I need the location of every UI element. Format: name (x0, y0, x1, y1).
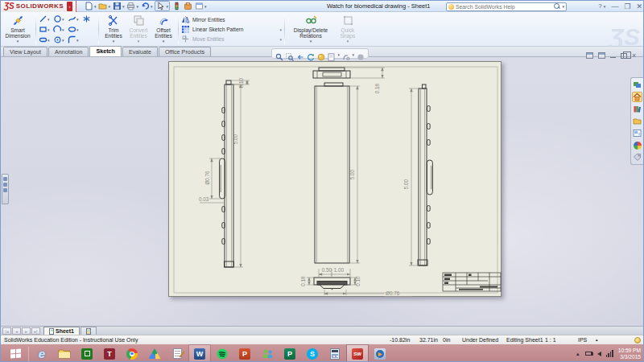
chevron-down-icon[interactable]: ▾ (352, 52, 354, 57)
chevron-down-icon[interactable]: ▾ (47, 17, 50, 22)
drawing-sheet[interactable]: 0.10 5.00 Ø0.76 0.03 0.18 (168, 61, 502, 297)
next-sheet-button[interactable]: ▸ (22, 327, 31, 335)
home-icon[interactable] (632, 92, 642, 102)
dimension-left-height[interactable]: 5.00 (233, 134, 238, 144)
prev-sheet-button[interactable]: ◂ (12, 327, 21, 335)
quick-snaps-button[interactable]: Quick Snaps ▾ (334, 13, 361, 46)
dimension-top-depth[interactable]: 0.18 (374, 83, 380, 93)
taskbar-media-player[interactable]: ▶ (369, 344, 391, 362)
chevron-down-icon[interactable]: ▾ (62, 17, 64, 22)
file-properties-button[interactable] (184, 2, 192, 10)
taskbar-internet-explorer[interactable]: e (31, 344, 53, 362)
taskbar-turningpoint[interactable]: T (98, 344, 121, 362)
sketch-slot-button[interactable]: ▾ (39, 35, 52, 45)
bottom-view[interactable] (314, 278, 350, 290)
dimension-bottom-left-depth[interactable]: 0.18 (300, 276, 306, 286)
trim-entities-button[interactable]: Trim Entities ▾ (101, 13, 126, 46)
tray-expand-icon[interactable]: ▲ (576, 352, 580, 356)
front-view[interactable] (315, 83, 349, 263)
taskbar-journal[interactable] (166, 344, 188, 362)
taskbar-skype[interactable]: S (301, 344, 324, 362)
appearances-icon[interactable] (632, 140, 642, 150)
chevron-down-icon[interactable]: ▾ (151, 4, 153, 9)
chevron-down-icon[interactable]: ▾ (337, 52, 340, 57)
sketch-spline-button[interactable]: ▾ (68, 14, 81, 24)
dimension-left-crown-diameter[interactable]: Ø0.76 (204, 171, 210, 185)
design-library-icon[interactable] (632, 104, 642, 114)
dimension-left-step[interactable]: 0.03 (199, 196, 209, 202)
graphics-area[interactable]: 0.10 5.00 Ø0.76 0.03 0.18 (1, 57, 644, 326)
sketch-polygon-button[interactable]: ▾ (53, 35, 67, 45)
status-help-icon[interactable] (634, 337, 641, 343)
display-style-button[interactable] (317, 50, 325, 58)
units-expand-caret[interactable]: ▴ (596, 337, 598, 342)
display-pane-icon[interactable] (598, 52, 605, 59)
save-button[interactable]: ▾ (113, 2, 125, 10)
chevron-down-icon[interactable]: ▾ (136, 4, 138, 9)
taskbar-spotify[interactable] (211, 344, 233, 362)
sketch-fillet-button[interactable]: ▾ (68, 35, 81, 45)
doc-restore-button[interactable] (621, 53, 627, 59)
chevron-down-icon[interactable]: ▾ (138, 39, 140, 43)
dimension-bottom-width[interactable]: 1.00 (334, 267, 345, 273)
dimension-bottom-half-width[interactable]: 0.50 (322, 267, 332, 273)
taskbar-clock[interactable]: 10:59 PM 3/3/2015 (618, 348, 643, 360)
right-side-view[interactable] (418, 84, 432, 265)
network-signal-icon[interactable] (606, 350, 613, 357)
minimize-button[interactable]: — (611, 2, 618, 11)
sketch-point-button[interactable] (82, 14, 96, 24)
doc-minimize-button[interactable] (610, 57, 616, 59)
chevron-down-icon[interactable]: ▾ (17, 39, 19, 43)
view-palette-icon[interactable] (632, 128, 642, 138)
custom-properties-icon[interactable] (632, 152, 642, 162)
speaker-icon[interactable] (597, 352, 601, 356)
new-document-button[interactable]: ▾ (85, 2, 97, 10)
viewport-pane-icon[interactable] (586, 52, 593, 59)
file-explorer-icon[interactable] (632, 116, 642, 126)
chevron-down-icon[interactable]: ▾ (47, 38, 50, 43)
first-sheet-button[interactable]: |◂ (2, 327, 11, 335)
sheet-properties-button[interactable]: ▾ (328, 50, 336, 58)
options-button[interactable]: ▾ (195, 2, 207, 10)
linear-sketch-pattern-button[interactable]: Linear Sketch Pattern ▾ (181, 25, 282, 34)
sheet-tab-sheet1[interactable]: Sheet1 (43, 327, 80, 335)
undo-button[interactable]: ▾ (141, 2, 153, 10)
chevron-down-icon[interactable]: ▾ (76, 38, 79, 43)
chevron-down-icon[interactable]: ▾ (122, 4, 125, 9)
chevron-down-icon[interactable]: ▾ (347, 39, 349, 43)
tab-office-products[interactable]: Office Products (159, 47, 211, 56)
taskbar-chrome[interactable] (121, 344, 143, 362)
units-selector[interactable]: IPS (578, 337, 587, 343)
dimension-front-height[interactable]: 5.00 (349, 169, 355, 179)
left-side-view[interactable] (220, 80, 234, 267)
dimension-left-top-thickness[interactable]: 0.10 (238, 77, 244, 88)
chevron-down-icon[interactable]: ▾ (76, 17, 79, 22)
search-icon[interactable] (554, 3, 560, 10)
chevron-down-icon[interactable]: ▾ (279, 27, 282, 32)
chevron-down-icon[interactable]: ▾ (279, 37, 282, 42)
chevron-down-icon[interactable]: ▾ (108, 4, 110, 9)
search-input[interactable] (456, 4, 552, 10)
help-button[interactable]: ? ▾ (598, 2, 605, 11)
taskbar-file-explorer[interactable] (53, 344, 76, 362)
rebuild-traffic-light-button[interactable] (172, 2, 181, 10)
chevron-down-icon[interactable]: ▾ (163, 39, 165, 43)
convert-entities-button[interactable]: Convert Entities ▾ (126, 13, 151, 46)
sketch-circle-button[interactable]: ▾ (53, 14, 67, 24)
taskbar-word[interactable]: W (188, 344, 211, 362)
solidworks-logo[interactable]: ƷS SOLIDWORKS › (1, 1, 76, 12)
tab-view-layout[interactable]: View Layout (3, 47, 47, 56)
view-settings-button[interactable] (357, 50, 365, 58)
doc-close-button[interactable]: × (632, 51, 636, 60)
top-view[interactable] (313, 68, 350, 78)
select-tool-button[interactable]: ▾ (155, 1, 170, 11)
redraw-button[interactable] (307, 50, 315, 58)
previous-view-button[interactable] (296, 50, 304, 58)
chevron-down-icon[interactable]: ▾ (113, 39, 115, 43)
open-document-button[interactable]: ▾ (98, 2, 110, 10)
sketch-ellipse-button[interactable]: ▾ (68, 24, 81, 35)
dimension-right-height[interactable]: 5.00 (403, 179, 409, 189)
smart-dimension-button[interactable]: Smart Dimension ▾ (2, 13, 33, 46)
tab-sketch[interactable]: Sketch (89, 46, 122, 56)
taskbar-messenger[interactable] (256, 344, 279, 362)
